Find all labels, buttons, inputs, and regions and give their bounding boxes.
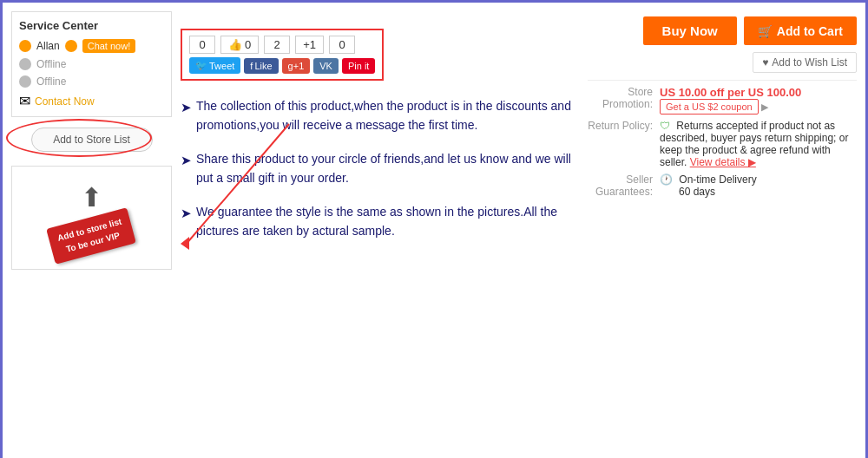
seller-guarantees-value: 🕐 On-time Delivery 60 days (660, 173, 857, 198)
bullet-arrow-2: ➤ (181, 150, 192, 188)
agent-name: Allan (36, 40, 60, 52)
bullet-item-2: ➤ Share this product to your circle of f… (181, 149, 579, 188)
chat-now-button[interactable]: Chat now! (82, 39, 136, 53)
seller-guarantees-label: Seller Guarantees: (588, 173, 653, 198)
store-image-box: ⬆ Add to store list To be our VIP (11, 166, 172, 270)
contact-row: ✉ Contact Now (19, 93, 164, 109)
social-buttons: 🐦Tweet fLike g+1 VK Pin it (189, 57, 375, 74)
store-stamp: Add to store list To be our VIP (47, 207, 137, 264)
heart-icon: ♥ (762, 56, 768, 69)
add-to-cart-button[interactable]: 🛒 Add to Cart (744, 16, 857, 45)
bullet-arrow-3: ➤ (181, 203, 192, 241)
sidebar: Service Center Allan Chat now! Offline O… (11, 11, 172, 452)
buy-now-button[interactable]: Buy Now (643, 16, 737, 45)
store-promotion-section: Store Promotion: US 10.00 off per US 100… (588, 80, 857, 203)
social-share-box: 0 👍0 2 +1 0 🐦Tweet fLike g+1 VK Pin it (181, 29, 384, 81)
bullet-item-1: ➤ The collection of this product,when th… (181, 96, 579, 135)
offline-text-1: Offline (36, 58, 66, 70)
offline-row-2: Offline (19, 75, 164, 88)
promo-value: US 10.00 off per US 100.00 Get a US $2 c… (660, 86, 857, 114)
promo-label: Store Promotion: (588, 86, 653, 114)
right-section: Buy Now 🛒 Add to Cart ♥ Add to Wish List… (588, 11, 857, 452)
content-area: ➤ The collection of this product,when th… (181, 96, 579, 452)
agent-online-dot (19, 40, 31, 52)
shield-icon: 🛡 (660, 120, 670, 132)
like-count: 👍0 (220, 36, 259, 54)
share-count: 0 (189, 36, 215, 54)
coupon-arrow: ▶ (761, 101, 768, 112)
bullet-arrow-1: ➤ (181, 97, 192, 135)
return-policy-row: Return Policy: 🛡 Returns accepted if pro… (588, 120, 857, 168)
google-plus-button[interactable]: g+1 (282, 58, 311, 74)
offline-row-1: Offline (19, 58, 164, 70)
wishlist-button[interactable]: ♥ Add to Wish List (753, 52, 857, 73)
offline-dot-1 (19, 58, 31, 70)
cart-icon: 🛒 (758, 24, 773, 38)
action-buttons: Buy Now 🛒 Add to Cart (588, 16, 857, 45)
service-center-title: Service Center (19, 19, 164, 32)
bullet-item-3: ➤ We guarantee the style is the same as … (181, 202, 579, 241)
chat-dot (65, 40, 77, 52)
offline-dot-2 (19, 75, 31, 88)
pin-count: 0 (329, 36, 355, 54)
tweet-button[interactable]: 🐦Tweet (189, 57, 240, 74)
return-policy-value: 🛡 Returns accepted if product not as des… (660, 120, 857, 168)
offline-text-2: Offline (36, 75, 66, 88)
promo-row: Store Promotion: US 10.00 off per US 100… (588, 86, 857, 114)
return-policy-label: Return Policy: (588, 120, 653, 168)
facebook-like-button[interactable]: fLike (244, 58, 278, 74)
share-count-2: 2 (264, 36, 290, 54)
add-store-container: Add to Store List (11, 128, 172, 152)
add-to-store-list-button[interactable]: Add to Store List (31, 128, 153, 152)
seller-guarantees-row: Seller Guarantees: 🕐 On-time Delivery 60… (588, 173, 857, 198)
social-counts: 0 👍0 2 +1 0 (189, 36, 375, 54)
agent-row: Allan Chat now! (19, 39, 164, 53)
pinterest-button[interactable]: Pin it (342, 58, 375, 74)
middle-section: 0 👍0 2 +1 0 🐦Tweet fLike g+1 VK Pin it (181, 11, 579, 452)
wishlist-container: ♥ Add to Wish List (588, 52, 857, 73)
service-center-box: Service Center Allan Chat now! Offline O… (11, 11, 172, 117)
view-details-link[interactable]: View details ▶ (690, 156, 756, 168)
vk-button[interactable]: VK (313, 58, 339, 74)
upload-icon: ⬆ (49, 182, 133, 213)
gplus-count: +1 (295, 36, 324, 54)
clock-icon: 🕐 (660, 173, 673, 186)
coupon-button[interactable]: Get a US $2 coupon (660, 99, 759, 114)
contact-now-link[interactable]: Contact Now (35, 95, 95, 108)
promo-highlight: US 10.00 off per US 100.00 (660, 86, 801, 99)
